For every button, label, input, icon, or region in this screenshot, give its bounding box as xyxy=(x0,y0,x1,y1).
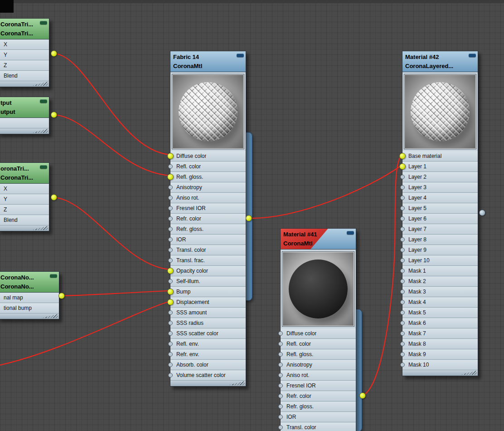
node-corona-triplanar-top[interactable]: CoronaTri... CoronaTri... XYZBlend xyxy=(0,18,49,87)
slot-row[interactable]: SSS amount xyxy=(170,308,246,318)
output-connector-material-41[interactable] xyxy=(359,392,366,399)
node-material-41-coronamtl[interactable]: Material #41 CoronaMtl Diffuse colorRefl… xyxy=(280,228,356,431)
slot-row[interactable]: Layer 6 xyxy=(402,214,478,224)
node-header[interactable]: Material #42 CoronaLayered... xyxy=(402,51,478,72)
slot-row[interactable]: Y xyxy=(0,194,49,205)
resize-grip[interactable] xyxy=(0,81,49,87)
slot-row[interactable]: Mask 7 xyxy=(402,328,478,339)
output-connector-output-node[interactable] xyxy=(51,112,57,118)
slot-row[interactable]: Diffuse color xyxy=(170,151,246,162)
wire-normal-to-bump[interactable] xyxy=(62,291,170,296)
slot-row[interactable]: Refr. color xyxy=(281,391,356,402)
output-connector-triplanar-top[interactable] xyxy=(51,50,57,57)
slot-row[interactable]: Layer 5 xyxy=(402,203,478,214)
slot-row[interactable]: Layer 4 xyxy=(402,193,478,203)
slot-row[interactable]: Anisotropy xyxy=(281,360,356,370)
output-connector-normal-node[interactable] xyxy=(58,293,65,299)
node-header[interactable]: CoronaNo... CoronaNo... xyxy=(0,272,59,293)
minimize-button[interactable] xyxy=(469,54,476,57)
slot-row[interactable]: Fresnel IOR xyxy=(281,381,356,391)
minimize-button[interactable] xyxy=(50,274,57,278)
slot-row[interactable]: Mask 5 xyxy=(402,308,478,318)
node-header[interactable]: CoronaTri... CoronaTri... xyxy=(0,19,49,39)
slot-row[interactable]: Refr. color xyxy=(170,214,246,224)
slot-row[interactable]: Refr. gloss. xyxy=(170,224,246,235)
slot-row[interactable]: Layer 3 xyxy=(402,182,478,193)
node-corona-normal[interactable]: CoronaNo... CoronaNo... nal maptional bu… xyxy=(0,271,59,319)
slot-row[interactable]: Refl. color xyxy=(281,339,356,349)
slot-row[interactable]: tional bump xyxy=(0,303,59,313)
node-header[interactable]: oronaTri... CoronaTri... xyxy=(0,163,49,184)
slot-row[interactable]: nal map xyxy=(0,293,59,303)
resize-grip[interactable] xyxy=(402,370,478,376)
resize-grip[interactable] xyxy=(0,313,59,319)
wire-fabric-to-layer1[interactable] xyxy=(249,165,402,218)
output-connector-triplanar-middle[interactable] xyxy=(51,194,57,201)
slot-row[interactable]: Refl. gloss. xyxy=(170,172,246,182)
slot-row[interactable] xyxy=(0,118,49,128)
minimize-button[interactable] xyxy=(237,54,244,57)
node-corona-output[interactable]: tput utput xyxy=(0,97,49,134)
slot-row[interactable]: Aniso rot. xyxy=(281,370,356,381)
slot-row[interactable]: Z xyxy=(0,205,49,215)
resize-grip[interactable] xyxy=(0,128,49,134)
slot-row[interactable]: Displacement xyxy=(170,297,246,308)
slot-row[interactable]: Refl. env. xyxy=(170,339,246,349)
slot-row[interactable]: Transl. color xyxy=(281,422,356,431)
slot-row[interactable]: Aniso rot. xyxy=(170,193,246,203)
slot-row[interactable]: Fresnel IOR xyxy=(170,203,246,214)
node-header[interactable]: Material #41 CoronaMtl xyxy=(281,229,356,250)
slot-row[interactable]: Blend xyxy=(0,215,49,225)
node-header[interactable]: tput utput xyxy=(0,97,49,118)
minimize-button[interactable] xyxy=(40,21,47,24)
slot-row[interactable]: Refl. gloss. xyxy=(281,349,356,360)
slot-row[interactable]: Blend xyxy=(0,71,49,81)
resize-grip[interactable] xyxy=(0,225,49,231)
slot-row[interactable]: Mask 10 xyxy=(402,360,478,370)
slot-row[interactable]: Transl. frac. xyxy=(170,255,246,266)
slot-row[interactable]: Mask 6 xyxy=(402,318,478,328)
output-connector-fabric[interactable] xyxy=(246,215,252,221)
material-preview[interactable] xyxy=(172,74,244,149)
slot-row[interactable]: Layer 7 xyxy=(402,224,478,235)
slot-row[interactable]: Z xyxy=(0,60,49,71)
node-material-42-coronalayered[interactable]: Material #42 CoronaLayered... Base mater… xyxy=(402,51,478,376)
node-editor-canvas[interactable]: CoronaTri... CoronaTri... XYZBlend tput … xyxy=(0,0,504,431)
slot-row[interactable]: X xyxy=(0,39,49,50)
node-header[interactable]: Fabric 14 CoronaMtl xyxy=(170,51,246,72)
output-connector-material-42[interactable] xyxy=(479,210,485,216)
slot-row[interactable]: Layer 1 xyxy=(402,162,478,172)
slot-row[interactable]: Mask 1 xyxy=(402,266,478,276)
slot-row[interactable]: Refl. color xyxy=(170,162,246,172)
slot-row[interactable]: Mask 4 xyxy=(402,297,478,308)
slot-row[interactable]: Absorb. color xyxy=(170,360,246,370)
slot-row[interactable]: Layer 9 xyxy=(402,245,478,255)
slot-row[interactable]: Mask 8 xyxy=(402,339,478,349)
slot-row[interactable]: Y xyxy=(0,50,49,60)
wire-triplanar-to-opacity[interactable] xyxy=(54,197,170,269)
wire-output-to-refl-gloss[interactable] xyxy=(54,115,170,176)
slot-row[interactable]: Mask 9 xyxy=(402,349,478,360)
slot-row[interactable]: IOR xyxy=(170,235,246,245)
slot-row[interactable]: Layer 8 xyxy=(402,235,478,245)
slot-row[interactable]: Bump xyxy=(170,287,246,297)
slot-row[interactable]: Layer 10 xyxy=(402,255,478,266)
minimize-button[interactable] xyxy=(40,165,47,169)
slot-row[interactable]: Refr. gloss. xyxy=(281,402,356,412)
slot-row[interactable]: Mask 2 xyxy=(402,276,478,287)
slot-row[interactable]: Layer 2 xyxy=(402,172,478,182)
slot-row[interactable]: SSS scatter color xyxy=(170,328,246,339)
slot-row[interactable]: IOR xyxy=(281,412,356,422)
minimize-button[interactable] xyxy=(40,99,47,103)
slot-row[interactable]: X xyxy=(0,184,49,194)
wire-mat41-to-base-material[interactable] xyxy=(363,155,402,396)
slot-row[interactable]: Opacity color xyxy=(170,266,246,276)
slot-row[interactable]: Anisotropy xyxy=(170,182,246,193)
slot-row[interactable]: Transl. color xyxy=(170,245,246,255)
slot-row[interactable]: Base material xyxy=(402,151,478,162)
slot-row[interactable]: Volume scatter color xyxy=(170,370,246,381)
minimize-button[interactable] xyxy=(347,231,354,235)
node-fabric-14-coronamtl[interactable]: Fabric 14 CoronaMtl Diffuse colorRefl. c… xyxy=(170,51,246,387)
slot-row[interactable]: Mask 3 xyxy=(402,287,478,297)
slot-row[interactable]: Refr. env. xyxy=(170,349,246,360)
